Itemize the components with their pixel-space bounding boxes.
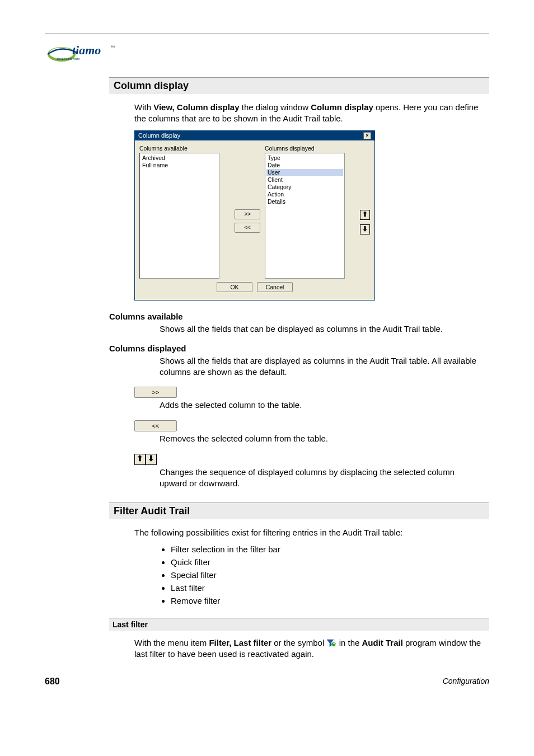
list-item[interactable]: Full name <box>141 162 218 169</box>
list-item[interactable]: Date <box>266 162 343 169</box>
cancel-button[interactable]: Cancel <box>257 282 293 292</box>
filter-intro: The following possibilities exist for fi… <box>134 527 484 538</box>
displayed-label: Columns displayed <box>265 145 355 152</box>
column-display-dialog: Column display × Columns available Archi… <box>134 130 375 300</box>
last-filter-text: With the menu item Filter, Last filter o… <box>134 637 484 660</box>
arrow-down-icon: ⬇ <box>146 454 157 465</box>
list-item: Last filter <box>171 583 489 593</box>
section-column-display: Column display <box>109 77 489 94</box>
list-item: Quick filter <box>171 557 489 567</box>
svg-text:™: ™ <box>110 45 115 50</box>
move-down-button[interactable]: ⬇ <box>360 224 370 234</box>
add-button-icon: >> <box>134 387 177 398</box>
footer-section: Configuration <box>443 677 489 687</box>
available-label: Columns available <box>139 145 230 152</box>
column-display-intro: With View, Column display the dialog win… <box>134 102 484 125</box>
remove-button-icon: << <box>134 420 177 431</box>
page-number: 680 <box>45 677 60 687</box>
columns-available-list[interactable]: ArchivedFull name <box>139 153 219 279</box>
columns-displayed-text: Shows all the fields that are displayed … <box>160 355 484 378</box>
brand-logo: tiamo ™ titration and more <box>48 40 489 66</box>
list-item[interactable]: Archived <box>141 154 218 162</box>
ok-button[interactable]: OK <box>217 282 252 292</box>
reorder-buttons-image: ⬆ ⬇ <box>134 454 157 465</box>
list-item[interactable]: Client <box>266 176 343 184</box>
dialog-title-text: Column display <box>138 132 180 139</box>
dialog-titlebar: Column display × <box>135 131 374 140</box>
list-item[interactable]: Details <box>266 198 343 205</box>
columns-displayed-list[interactable]: TypeDateUserClientCategoryActionDetails <box>265 153 345 279</box>
svg-text:titration and more: titration and more <box>57 57 79 60</box>
list-item: Special filter <box>171 570 489 580</box>
section-filter-audit-trail: Filter Audit Trail <box>109 503 489 519</box>
move-left-button[interactable]: << <box>235 223 260 233</box>
last-filter-icon <box>326 639 336 648</box>
list-item[interactable]: Type <box>266 154 343 162</box>
move-up-button[interactable]: ⬆ <box>360 210 370 220</box>
filter-bullet-list: Filter selection in the filter barQuick … <box>160 544 489 605</box>
list-item: Filter selection in the filter bar <box>171 544 489 554</box>
add-button-image: >> <box>134 387 177 398</box>
add-button-desc: Adds the selected column to the table. <box>160 400 484 411</box>
arrow-up-icon: ⬆ <box>134 454 146 465</box>
last-filter-heading: Last filter <box>109 618 489 631</box>
move-right-button[interactable]: >> <box>235 209 260 219</box>
page-footer: 680 Configuration <box>45 677 489 687</box>
close-icon[interactable]: × <box>363 132 371 139</box>
list-item: Remove filter <box>171 596 489 605</box>
list-item[interactable]: User <box>266 169 343 176</box>
column-display-dialog-screenshot: Column display × Columns available Archi… <box>134 130 489 300</box>
columns-available-text: Shows all the fields that can be display… <box>160 323 484 335</box>
reorder-desc: Changes the sequence of displayed column… <box>160 467 484 490</box>
logo-text: tiamo <box>72 43 101 57</box>
columns-available-heading: Columns available <box>109 312 489 321</box>
remove-button-desc: Removes the selected column from the tab… <box>160 433 484 444</box>
list-item[interactable]: Action <box>266 191 343 198</box>
header-rule <box>45 34 489 34</box>
columns-displayed-heading: Columns displayed <box>109 344 489 353</box>
remove-button-image: << <box>134 420 177 431</box>
list-item[interactable]: Category <box>266 184 343 191</box>
